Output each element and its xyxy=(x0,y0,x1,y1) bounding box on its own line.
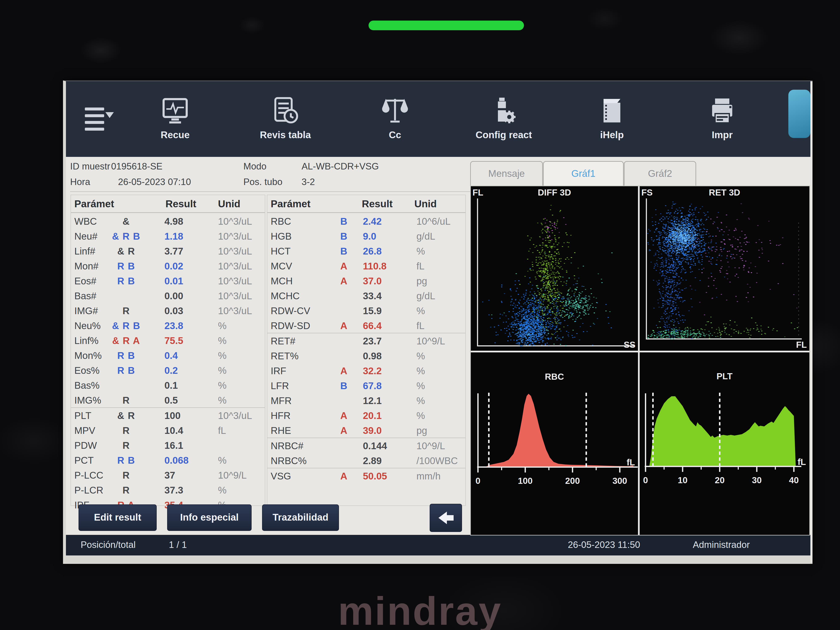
back-arrow-button[interactable] xyxy=(429,504,462,532)
trazabilidad-button[interactable]: Trazabilidad xyxy=(262,504,339,531)
param-name: P-LCC xyxy=(74,470,103,481)
toolbar-edge-decoration xyxy=(788,90,810,138)
table-row: P-LCRR37.3% xyxy=(71,482,265,497)
analyzer-device: Recue Revis tabla xyxy=(0,0,840,630)
edit-result-button[interactable]: Edit result xyxy=(79,504,157,531)
toolbar: Recue Revis tabla xyxy=(66,81,810,157)
x-axis-label: fL xyxy=(627,457,635,467)
result-unit: 10^9/L xyxy=(417,335,445,347)
svg-text:10: 10 xyxy=(678,475,688,485)
table-row: Neu%& R B23.8% xyxy=(71,318,265,333)
balance-scale-icon xyxy=(380,96,410,125)
menu-list-dropdown-icon[interactable] xyxy=(81,101,116,135)
result-unit: % xyxy=(218,320,227,332)
table-row: RET#23.710^9/L xyxy=(267,333,465,348)
tab-mensaje[interactable]: Mensaje xyxy=(470,161,543,186)
reagent-bottle-gear-icon xyxy=(489,96,518,125)
table-row: MCHA37.0pg xyxy=(267,273,465,288)
param-name: MPV xyxy=(74,425,95,436)
table-row: PCTR B0.068% xyxy=(71,453,265,467)
result-unit: % xyxy=(417,410,425,421)
table-row: RDW-CV15.9% xyxy=(267,303,465,318)
table-header: Parámet Result Unid xyxy=(267,195,465,213)
toolbar-item-cc[interactable]: Cc xyxy=(353,96,437,155)
param-name: MCV xyxy=(271,261,292,272)
param-name: HGB xyxy=(271,231,292,242)
result-value: 20.1 xyxy=(363,410,382,421)
result-unit: % xyxy=(218,350,227,361)
result-unit: % xyxy=(218,380,227,391)
param-name: NRBC# xyxy=(271,440,303,452)
result-unit: % xyxy=(218,455,227,466)
result-value: 10.4 xyxy=(164,425,183,436)
result-flags: R xyxy=(102,305,150,316)
sample-id-value: 0195618-SE xyxy=(111,161,163,172)
toolbar-item-revis-tabla[interactable]: Revis tabla xyxy=(243,96,327,155)
result-unit: pg xyxy=(417,275,427,287)
table-row: WBC&4.9810^3/uL xyxy=(71,213,265,229)
result-flags: A xyxy=(326,471,362,482)
toolbar-label: Recue xyxy=(133,129,217,141)
result-flags: & R A xyxy=(102,335,150,346)
result-flags: R xyxy=(102,485,150,496)
table-row: Mon#R B0.0210^3/uL xyxy=(71,258,265,273)
result-value: 0.144 xyxy=(363,440,387,452)
table-row: HFRA20.1% xyxy=(267,408,465,423)
result-value: 37 xyxy=(164,470,175,481)
result-unit: 10^6/uL xyxy=(417,216,450,227)
table-row: Linf#& R3.7710^3/uL xyxy=(71,243,265,258)
result-value: 32.2 xyxy=(363,365,382,377)
document-clock-icon xyxy=(271,96,300,125)
toolbar-item-ihelp[interactable]: iHelp xyxy=(570,96,654,155)
result-unit: 10^3/uL xyxy=(218,231,252,242)
param-name: MCHC xyxy=(271,290,300,302)
info-especial-button[interactable]: Info especial xyxy=(167,504,251,531)
result-unit: /100WBC xyxy=(417,455,458,466)
tab-graf2[interactable]: Gráf2 xyxy=(624,161,696,186)
param-name: RHE xyxy=(271,425,291,436)
param-name: LFR xyxy=(271,380,289,392)
result-value: 16.1 xyxy=(164,440,183,451)
result-value: 0.1 xyxy=(164,380,178,391)
result-unit: % xyxy=(218,335,227,346)
result-flags: & R xyxy=(102,245,150,257)
toolbar-item-recue[interactable]: Recue xyxy=(133,96,217,155)
x-axis-label: SS xyxy=(624,340,635,350)
result-flags: B xyxy=(326,380,362,392)
toolbar-label: iHelp xyxy=(570,129,654,141)
table-row: LFRB67.8% xyxy=(267,378,465,393)
result-flags: R xyxy=(102,440,150,451)
result-value: 3.77 xyxy=(164,245,183,257)
table-row: Mon%R B0.4% xyxy=(71,348,265,363)
result-flags: A xyxy=(326,261,362,272)
toolbar-item-config-react[interactable]: Config react xyxy=(462,96,546,155)
chart-divider-horizontal xyxy=(471,351,809,352)
time-label: Hora xyxy=(70,177,90,187)
param-name: Eos# xyxy=(74,275,96,287)
param-name: Bas% xyxy=(74,380,99,391)
toolbar-label: Revis tabla xyxy=(243,129,327,141)
table-row: PDWR16.1 xyxy=(71,437,265,453)
status-bar: Posición/total 1 / 1 26-05-2023 11:50 Ad… xyxy=(66,535,810,556)
result-flags: A xyxy=(326,320,362,332)
result-unit: % xyxy=(417,380,425,392)
result-value: 75.5 xyxy=(164,335,183,346)
toolbar-item-impr[interactable]: Impr xyxy=(680,96,764,155)
result-unit: % xyxy=(417,305,425,316)
table-row: MPVR10.4fL xyxy=(71,423,265,437)
result-flags: R B xyxy=(102,365,150,376)
param-name: HFR xyxy=(271,410,291,421)
table-row: IMG#R0.0310^3/uL xyxy=(71,303,265,318)
tab-graf1[interactable]: Gráf1 xyxy=(543,161,624,186)
result-unit: 10^3/uL xyxy=(218,216,252,227)
result-value: 0.5 xyxy=(164,395,178,406)
sample-info-panel: ID muestr 0195618-SE Modo AL-WB-CDR+VSG … xyxy=(70,159,470,192)
chart-panel: FL DIFF 3D SS FS RET 3D FL 0100200300 RB… xyxy=(470,186,810,535)
result-flags: & xyxy=(102,216,150,227)
param-name: NRBC% xyxy=(271,455,306,466)
result-flags: A xyxy=(326,275,362,287)
result-value: 0.068 xyxy=(164,455,189,466)
result-value: 100 xyxy=(164,410,181,421)
table-row: Neu#& R B1.1810^3/uL xyxy=(71,229,265,243)
param-name: Neu# xyxy=(74,231,98,242)
